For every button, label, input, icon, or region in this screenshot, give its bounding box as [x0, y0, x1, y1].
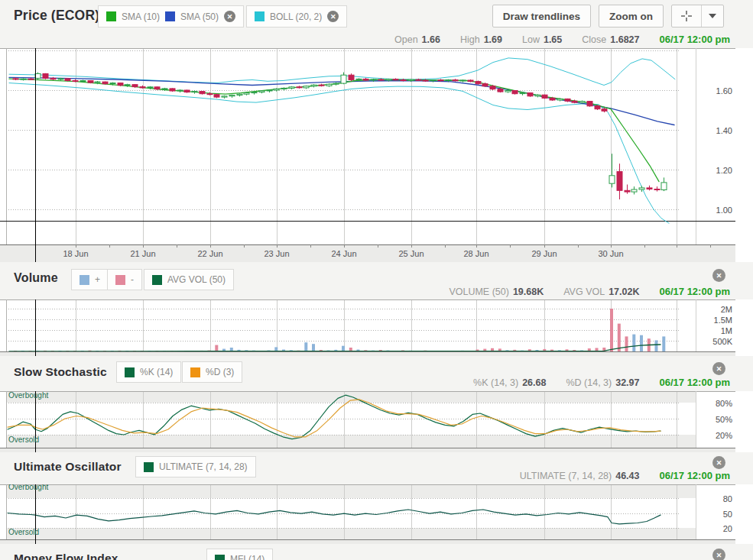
svg-text:1.20: 1.20 [716, 166, 732, 175]
mfi-legend-label: MFI (14) [230, 554, 265, 560]
remove-boll-icon[interactable] [327, 11, 339, 22]
price-panel-title: Price (ECOR) [14, 8, 99, 24]
ultimate-stats-row: ULTIMATE (7, 14, 28)46.43 06/17 12:00 pm [520, 470, 730, 481]
volume-down-color-swatch [115, 275, 125, 285]
svg-text:23 Jun: 23 Jun [264, 249, 289, 258]
volume-down-legend-badge[interactable]: - [107, 269, 142, 290]
ultimate-crosshair-timestamp: 06/17 12:00 pm [659, 470, 730, 481]
svg-text:80: 80 [723, 494, 732, 503]
price-crosshair-timestamp: 06/17 12:00 pm [659, 34, 730, 45]
svg-text:Oversold: Oversold [8, 435, 39, 444]
svg-text:2M: 2M [721, 305, 732, 314]
svg-text:20: 20 [723, 524, 732, 533]
sma50-color-swatch [165, 11, 175, 21]
price-boll-legend-badge[interactable]: BOLL (20, 2) [246, 5, 347, 28]
close-ultimate-panel-icon[interactable] [712, 456, 725, 469]
svg-text:Overbought: Overbought [8, 391, 48, 400]
volume-stat: VOLUME (50)19.68K [449, 286, 544, 297]
ultimate-color-swatch [144, 462, 154, 472]
price-sma-legend-badge[interactable]: SMA (10) SMA (50) [98, 5, 244, 28]
svg-text:500K: 500K [712, 337, 732, 346]
stochastic-panel-header: Slow Stochastic %K (14) %D (3) %K (14, 3… [0, 356, 753, 391]
svg-text:18 Jun: 18 Jun [63, 249, 88, 258]
close-stochastic-panel-icon[interactable] [712, 362, 725, 375]
percent-k-legend-badge[interactable]: %K (14) [116, 361, 181, 383]
close-stat: Close1.6827 [582, 34, 639, 45]
crosshair-tool-button[interactable] [672, 5, 701, 27]
stochastic-stats-row: %K (14, 3)26.68 %D (14, 3)32.97 06/17 12… [473, 377, 730, 388]
avg-vol-color-swatch [152, 275, 162, 285]
svg-text:80%: 80% [716, 399, 732, 408]
avg-vol-legend-badge[interactable]: AVG VOL (50) [144, 269, 234, 290]
volume-panel-title: Volume [14, 271, 58, 285]
volume-panel-header: Volume + - AVG VOL (50) VOLUME (50)19.68… [0, 262, 753, 299]
svg-text:30 Jun: 30 Jun [598, 249, 623, 258]
crosshair-tool-split-button [671, 5, 724, 28]
open-stat: Open1.66 [394, 34, 440, 45]
sma10-color-swatch [106, 11, 116, 21]
avg-vol-stat: AVG VOL17.02K [563, 286, 639, 297]
remove-sma-icon[interactable] [224, 11, 235, 22]
mfi-color-swatch [215, 555, 225, 560]
price-ohlc-row: Open1.66 High1.69 Low1.65 Close1.6827 06… [394, 34, 730, 45]
svg-text:50%: 50% [716, 415, 732, 424]
percent-d-color-swatch [190, 367, 200, 377]
svg-text:1M: 1M [721, 326, 732, 335]
zoom-on-button[interactable]: Zoom on [599, 5, 664, 28]
volume-up-color-swatch [80, 275, 89, 285]
chart-toolbar: Draw trendlines Zoom on [492, 5, 724, 28]
svg-text:21 Jun: 21 Jun [130, 249, 155, 258]
svg-text:25 Jun: 25 Jun [398, 249, 424, 258]
ultimate-stat: ULTIMATE (7, 14, 28)46.43 [520, 471, 640, 481]
ultimate-panel-title: Ultimate Oscillator [14, 460, 122, 474]
low-stat: Low1.65 [522, 34, 562, 45]
percent-k-stat: %K (14, 3)26.68 [473, 377, 546, 388]
crosshair-icon [680, 9, 693, 23]
crosshair-dropdown-button[interactable] [701, 5, 723, 27]
price-panel-header: Price (ECOR) SMA (10) SMA (50) BOLL (20,… [0, 0, 753, 48]
ultimate-legend-label: ULTIMATE (7, 14, 28) [159, 461, 248, 472]
close-mfi-panel-icon[interactable] [712, 549, 725, 560]
percent-k-legend-label: %K (14) [140, 367, 173, 377]
svg-text:1.60: 1.60 [716, 86, 732, 95]
percent-d-legend-label: %D (3) [206, 367, 234, 377]
avg-vol-legend-label: AVG VOL (50) [167, 274, 226, 285]
svg-text:20%: 20% [716, 431, 732, 440]
ultimate-panel-header: Ultimate Oscillator ULTIMATE (7, 14, 28)… [0, 452, 753, 484]
boll-legend-label: BOLL (20, 2) [270, 11, 322, 22]
percent-d-stat: %D (14, 3)32.97 [566, 377, 639, 388]
mfi-panel-title: Money Flow Index [14, 552, 118, 560]
volume-stats-row: VOLUME (50)19.68K AVG VOL17.02K 06/17 12… [449, 286, 730, 297]
svg-text:Oversold: Oversold [8, 528, 39, 536]
ultimate-legend-badge[interactable]: ULTIMATE (7, 14, 28) [135, 456, 256, 477]
volume-crosshair-timestamp: 06/17 12:00 pm [659, 286, 730, 297]
svg-text:22 Jun: 22 Jun [197, 249, 222, 258]
svg-text:1.00: 1.00 [716, 206, 732, 215]
stochastic-panel-title: Slow Stochastic [14, 365, 107, 379]
chevron-down-icon [709, 14, 716, 18]
stochastic-crosshair-timestamp: 06/17 12:00 pm [659, 377, 730, 388]
mfi-panel-header: Money Flow Index MFI (14) [0, 544, 753, 560]
volume-down-legend-label: - [131, 274, 134, 285]
close-volume-panel-icon[interactable] [712, 269, 725, 282]
sma50-legend-label: SMA (50) [180, 11, 219, 22]
mfi-legend-badge[interactable]: MFI (14) [206, 549, 273, 560]
volume-up-legend-badge[interactable]: + [71, 269, 109, 290]
svg-text:28 Jun: 28 Jun [463, 249, 488, 258]
svg-text:24 Jun: 24 Jun [331, 249, 356, 258]
draw-trendlines-button[interactable]: Draw trendlines [492, 5, 591, 28]
sma10-legend-label: SMA (10) [122, 11, 160, 22]
percent-d-legend-badge[interactable]: %D (3) [182, 361, 242, 383]
svg-text:1.5M: 1.5M [714, 316, 732, 325]
volume-up-legend-label: + [95, 274, 100, 285]
svg-text:50: 50 [723, 510, 732, 519]
svg-text:1.40: 1.40 [716, 126, 732, 135]
percent-k-color-swatch [125, 367, 135, 377]
boll-color-swatch [255, 11, 265, 21]
svg-text:29 Jun: 29 Jun [531, 249, 557, 258]
high-stat: High1.69 [460, 34, 502, 45]
